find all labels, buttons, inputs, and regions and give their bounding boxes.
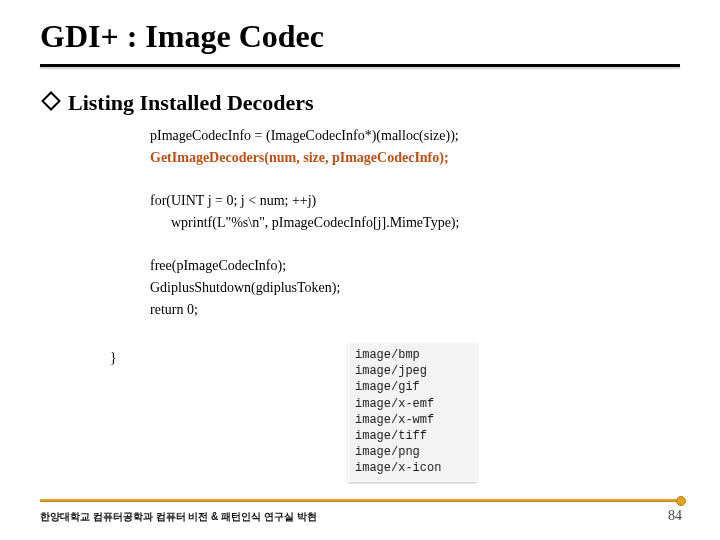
subheading-text: Listing Installed Decoders xyxy=(68,90,314,115)
divider-bottom xyxy=(40,499,680,502)
bullet-heading: Listing Installed Decoders xyxy=(44,90,314,116)
page-number: 84 xyxy=(668,508,682,524)
diamond-bullet-icon xyxy=(41,91,61,111)
slide-title: GDI+ : Image Codec xyxy=(40,18,324,55)
footer-affiliation: 한양대학교 컴퓨터공학과 컴퓨터 비전 & 패턴인식 연구실 박현 xyxy=(40,510,317,524)
output-box: image/bmp image/jpeg image/gif image/x-e… xyxy=(348,342,477,482)
code-line: pImageCodecInfo = (ImageCodecInfo*)(mall… xyxy=(150,128,459,143)
code-line: return 0; xyxy=(150,302,198,317)
divider-top xyxy=(40,64,680,67)
divider-dot-icon xyxy=(676,496,686,506)
code-line: free(pImageCodecInfo); xyxy=(150,258,286,273)
closing-brace: } xyxy=(110,350,117,366)
code-line: GdiplusShutdown(gdiplusToken); xyxy=(150,280,340,295)
code-block: pImageCodecInfo = (ImageCodecInfo*)(mall… xyxy=(150,125,459,320)
code-line: for(UINT j = 0; j < num; ++j) xyxy=(150,193,316,208)
slide: GDI+ : Image Codec Listing Installed Dec… xyxy=(0,0,720,540)
code-line: wprintf(L"%s\n", pImageCodecInfo[j].Mime… xyxy=(150,215,459,230)
code-line-highlight: GetImageDecoders(num, size, pImageCodecI… xyxy=(150,150,449,165)
